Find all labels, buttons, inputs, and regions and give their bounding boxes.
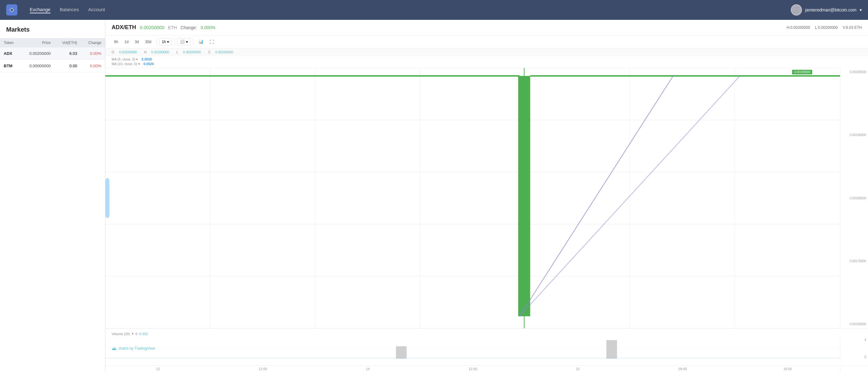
ohlc-l-val: 0.00200000 [183,50,201,54]
chart-stats: H:0.00200000 L:0.00200000 V:6.03 ETH [787,25,862,30]
col-volume: Vol(ETH) [54,38,81,48]
col-price: Price [21,38,54,48]
price-tag: 0.00200000 [792,70,812,74]
ohlc-o-val: 0.00200000 [119,50,137,54]
y-label-1: 0.00190000 [842,133,866,137]
price-adx: 0.00200000 [21,48,54,60]
user-dropdown-icon[interactable]: ▾ [860,7,862,12]
markets-table: Token Price Vol(ETH) Change ADX 0.002000… [0,38,105,72]
time-tick-3: 12:00 [421,366,525,372]
token-btm: BTM [0,60,21,72]
dropdown-arrow-icon: ▾ [167,40,169,44]
header: Exchange Balances Account jamieredman@bi… [0,0,868,20]
ohlc-c-label: C [208,50,211,54]
chart-type-arrow: ▾ [186,40,188,44]
time-tick-4: 15 [525,366,630,372]
y-label-0: 0.00200000 [842,70,866,74]
table-row[interactable]: BTM 0.00000000 0.00 0.00% [0,60,105,72]
stat-volume: V:6.03 ETH [843,25,862,30]
time-tick-0: 13 [105,366,211,372]
y-label-4: 0.00160000 [842,322,866,326]
chart-header: ADX/ETH 0.00200000 ETH Change: 0.000% H:… [105,20,868,35]
volume-val2: 0.302 [139,332,148,336]
table-row[interactable]: ADX 0.00200000 6.03 0.00% [0,48,105,60]
volume-header: Volume (20) ▾ 0 0.302 [105,331,868,337]
ohlc-bar: O 0.00200000 H 0.00200000 L 0.00200000 C… [105,49,868,56]
indicator-btn[interactable]: 📊 [196,38,206,45]
indicator-icon: 📊 [198,39,204,44]
change-value: 0.000% [200,25,215,30]
ma-val-1: 0.0020 [142,57,152,61]
chart-controls: 6h 1d 3d 30d 1h ▾ ⬜ ▾ 📊 ⛶ [105,35,868,49]
volume-val1: 0 [135,332,137,336]
volume-label: Volume (20) [112,332,130,336]
stat-low: L:0.00200000 [815,25,838,30]
time-tick-1: 12:00 [211,366,316,372]
ma-dropdown-2[interactable]: ▾ [138,62,140,66]
ohlc-o-label: O [112,50,114,54]
time-tick-6: 18:00 [735,366,840,372]
nav-exchange[interactable]: Exchange [30,7,51,13]
chart-panel: ADX/ETH 0.00200000 ETH Change: 0.000% H:… [105,20,868,372]
user-section: jamieredman@bitcoin.com ▾ [791,4,862,16]
pair-currency: ETH [168,25,177,30]
ohlc-c-val: 0.00200000 [215,50,233,54]
y-label-2: 0.00180000 [842,196,866,200]
ohlc-l-label: L [176,50,178,54]
svg-point-0 [795,8,798,10]
nav-account[interactable]: Account [88,7,105,13]
ohlc-h-label: H [144,50,147,54]
col-token: Token [0,38,21,48]
svg-point-1 [794,11,799,13]
time-tick-5: 09:00 [630,366,735,372]
time-axis-wrap: 13 12:00 14 12:00 15 09:00 18:00 [105,366,868,372]
chart-svg-wrap: 0.00200000 [105,68,840,328]
y-axis-volume: 4 0 [840,337,868,360]
vol-y-0: 0 [842,355,866,359]
timeframe-1d[interactable]: 1d [122,38,131,45]
svg-rect-23 [396,346,406,359]
logo[interactable] [6,4,18,16]
ma-dropdown-1[interactable]: ▾ [136,57,138,61]
time-tick-2: 14 [315,366,421,372]
ma-info: MA (5, close, 0) ▾ 0.0020 MA (10, close,… [105,56,868,68]
change-label: Change: [180,25,197,30]
volume-btm: 0.00 [54,60,81,72]
tradingview-credit: ⛰ charts by TradingView [112,346,155,351]
change-btm: 0.00% [81,60,105,72]
timeframe-3d[interactable]: 3d [132,38,142,45]
avatar[interactable] [791,4,802,16]
ma-row-2: MA (10, close, 0) ▾ 0.0020 [112,62,862,66]
markets-panel: Markets Token Price Vol(ETH) Change ADX … [0,20,105,372]
markets-title: Markets [0,26,105,38]
volume-adx: 6.03 [54,48,81,60]
main-nav: Exchange Balances Account [30,7,105,13]
y-axis: 0.00200000 0.00190000 0.00180000 0.00170… [840,68,868,328]
timeframe-30d[interactable]: 30d [143,38,154,45]
volume-dropdown[interactable]: ▾ [132,332,134,336]
pair-price: 0.00200000 [140,25,164,30]
volume-chart-wrap: ⛰ charts by TradingView 4 0 [105,337,868,360]
stat-high: H:0.00200000 [787,25,810,30]
tv-logo-icon: ⛰ [112,346,117,351]
separator2 [174,39,175,45]
volume-svg-wrap: ⛰ charts by TradingView [105,337,840,360]
svg-line-18 [520,76,673,316]
volume-section: Volume (20) ▾ 0 0.302 [105,328,868,366]
col-change: Change [81,38,105,48]
time-axis-yspace [840,366,868,372]
user-email[interactable]: jamieredman@bitcoin.com [805,7,857,12]
timeframe-6h[interactable]: 6h [112,38,121,45]
volume-svg [105,337,840,359]
chart-with-yaxis: 0.00200000 0.00200000 0.00190000 0.00180… [105,68,868,328]
nav-balances[interactable]: Balances [60,7,79,13]
main-content: Markets Token Price Vol(ETH) Change ADX … [0,20,868,372]
change-adx: 0.00% [81,48,105,60]
pair-name: ADX/ETH [112,24,136,31]
separator3 [193,39,193,45]
interval-dropdown[interactable]: 1h ▾ [159,38,172,45]
fullscreen-btn[interactable]: ⛶ [207,38,216,45]
chart-type-btn[interactable]: ⬜ ▾ [177,38,191,45]
ma-row-1: MA (5, close, 0) ▾ 0.0020 [112,57,862,61]
token-adx: ADX [0,48,21,60]
